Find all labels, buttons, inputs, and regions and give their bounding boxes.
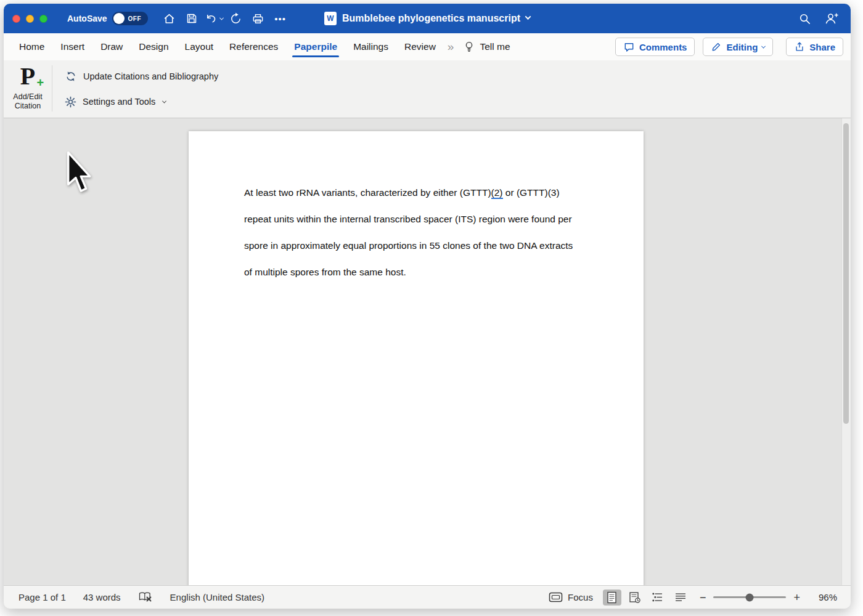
pencil-icon bbox=[711, 41, 722, 52]
gear-icon bbox=[65, 96, 76, 108]
document-page[interactable]: At least two rRNA variants, characterize… bbox=[189, 131, 644, 585]
autosave-control: AutoSave OFF bbox=[67, 12, 148, 25]
tell-me-button[interactable]: Tell me bbox=[459, 41, 515, 53]
document-area: At least two rRNA variants, characterize… bbox=[4, 118, 851, 585]
traffic-lights bbox=[12, 15, 47, 23]
minimize-button[interactable] bbox=[26, 15, 34, 23]
status-left: Page 1 of 1 43 words English (United Sta… bbox=[18, 591, 264, 603]
paragraph-line: At least two rRNA variants, characterize… bbox=[244, 179, 607, 206]
ribbon-tabs-row: Home Insert Draw Design Layout Reference… bbox=[4, 33, 851, 60]
more-icon: ••• bbox=[274, 14, 286, 24]
ribbon-paperpile: P + Add/Edit Citation Update Citations a… bbox=[4, 60, 851, 118]
add-edit-citation-button[interactable]: P + Add/Edit Citation bbox=[4, 60, 52, 118]
tab-mailings[interactable]: Mailings bbox=[345, 33, 396, 60]
zoom-out-button[interactable]: − bbox=[700, 592, 706, 603]
view-web-layout-button[interactable] bbox=[626, 590, 644, 606]
refresh-icon bbox=[65, 70, 77, 83]
add-edit-citation-label: Add/Edit Citation bbox=[13, 92, 42, 111]
account-button[interactable] bbox=[822, 9, 841, 28]
title-dropdown-chevron-icon bbox=[525, 14, 531, 20]
print-icon bbox=[252, 12, 264, 25]
home-icon bbox=[163, 12, 176, 25]
share-icon bbox=[794, 41, 805, 52]
home-button[interactable] bbox=[160, 9, 179, 28]
paperpile-plus-icon: + bbox=[37, 76, 44, 89]
editing-button[interactable]: Editing bbox=[703, 38, 773, 56]
view-draft-icon bbox=[674, 593, 687, 602]
status-bar: Page 1 of 1 43 words English (United Sta… bbox=[4, 585, 851, 609]
lightbulb-icon bbox=[464, 41, 475, 53]
search-button[interactable] bbox=[795, 9, 814, 28]
view-print-layout-button[interactable] bbox=[603, 590, 621, 606]
update-citations-button[interactable]: Update Citations and Bibliography bbox=[65, 68, 218, 85]
scrollbar-thumb[interactable] bbox=[843, 123, 849, 424]
tab-review[interactable]: Review bbox=[396, 33, 444, 60]
view-draft-button[interactable] bbox=[671, 590, 690, 606]
settings-dropdown-chevron-icon bbox=[162, 99, 166, 103]
paperpile-logo: P + bbox=[20, 63, 35, 91]
citation-field[interactable]: (2) bbox=[491, 187, 503, 199]
zoom-in-button[interactable]: + bbox=[793, 592, 800, 603]
titlebar-quick-actions: ••• bbox=[160, 9, 290, 28]
print-button[interactable] bbox=[249, 9, 268, 28]
comments-button[interactable]: Comments bbox=[615, 38, 695, 56]
tab-design[interactable]: Design bbox=[131, 33, 176, 60]
view-outline-icon bbox=[652, 592, 664, 602]
zoom-slider[interactable] bbox=[713, 596, 786, 598]
proofing-icon bbox=[138, 591, 153, 603]
view-outline-button[interactable] bbox=[648, 590, 667, 606]
proofing-status-button[interactable] bbox=[138, 591, 153, 603]
document-title: Bumblebee phylogenetics manuscript bbox=[342, 13, 520, 24]
word-count[interactable]: 43 words bbox=[83, 592, 121, 602]
paragraph-line: of multiple spores from the same host. bbox=[244, 259, 607, 285]
tell-me-label: Tell me bbox=[480, 41, 510, 52]
document-text: At least two rRNA variants, characterize… bbox=[189, 131, 644, 285]
tab-home[interactable]: Home bbox=[11, 33, 52, 60]
autosave-toggle[interactable]: OFF bbox=[112, 12, 148, 25]
titlebar: AutoSave OFF bbox=[4, 4, 851, 33]
redo-icon bbox=[229, 12, 242, 25]
view-print-layout-icon bbox=[607, 591, 617, 604]
editing-dropdown-chevron-icon bbox=[761, 44, 766, 48]
word-document-icon: W bbox=[324, 12, 337, 25]
more-commands-button[interactable]: ••• bbox=[271, 9, 290, 28]
undo-icon bbox=[205, 12, 218, 25]
language-selector[interactable]: English (United States) bbox=[170, 592, 264, 602]
close-button[interactable] bbox=[12, 15, 20, 23]
undo-button[interactable] bbox=[205, 9, 223, 28]
tab-paperpile[interactable]: Paperpile bbox=[286, 33, 345, 60]
save-button[interactable] bbox=[182, 9, 201, 28]
search-icon bbox=[798, 12, 811, 25]
tab-insert[interactable]: Insert bbox=[52, 33, 92, 60]
settings-tools-button[interactable]: Settings and Tools bbox=[65, 93, 218, 110]
document-title-menu[interactable]: W Bumblebee phylogenetics manuscript bbox=[324, 4, 530, 33]
tab-layout[interactable]: Layout bbox=[177, 33, 222, 60]
autosave-state: OFF bbox=[128, 15, 142, 22]
focus-icon bbox=[549, 592, 563, 602]
undo-dropdown-chevron-icon[interactable] bbox=[219, 15, 224, 20]
titlebar-right-actions bbox=[795, 9, 841, 28]
account-icon bbox=[824, 12, 839, 25]
paragraph-line: repeat units within the internal transcr… bbox=[244, 206, 607, 232]
share-button[interactable]: Share bbox=[786, 38, 843, 56]
zoom-level[interactable]: 96% bbox=[810, 592, 837, 602]
zoom-controls: − + bbox=[700, 592, 800, 603]
tab-overflow-button[interactable]: » bbox=[448, 40, 454, 54]
save-icon bbox=[186, 12, 198, 25]
status-right: Focus bbox=[549, 590, 837, 606]
scrollbar-track[interactable] bbox=[841, 118, 851, 585]
tab-references[interactable]: References bbox=[221, 33, 286, 60]
zoom-slider-thumb[interactable] bbox=[746, 593, 754, 601]
fullscreen-button[interactable] bbox=[39, 15, 47, 23]
ribbon-right-buttons: Comments Editing Share bbox=[615, 38, 843, 56]
autosave-toggle-knob bbox=[113, 13, 125, 24]
focus-button[interactable]: Focus bbox=[549, 592, 593, 602]
focus-label: Focus bbox=[568, 592, 593, 602]
tab-draw[interactable]: Draw bbox=[92, 33, 131, 60]
redo-button[interactable] bbox=[227, 9, 245, 28]
word-window: AutoSave OFF bbox=[4, 4, 851, 609]
page-indicator[interactable]: Page 1 of 1 bbox=[18, 592, 66, 602]
view-switcher bbox=[603, 590, 690, 606]
autosave-label: AutoSave bbox=[67, 14, 107, 23]
paragraph-line: spore in approximately equal proportions… bbox=[244, 232, 607, 259]
